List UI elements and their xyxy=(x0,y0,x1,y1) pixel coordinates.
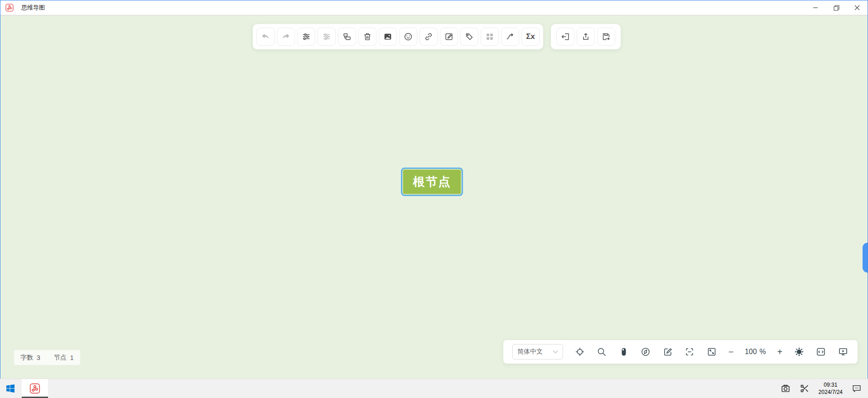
locate-button[interactable] xyxy=(574,346,585,357)
language-value: 简体中文 xyxy=(517,348,543,356)
scissors-icon xyxy=(800,384,810,393)
import-button[interactable] xyxy=(556,28,574,46)
screenshot-button[interactable] xyxy=(781,384,791,393)
minimap-icon xyxy=(640,346,651,357)
zoom-out-button[interactable]: − xyxy=(728,347,734,357)
chevron-down-icon xyxy=(553,350,558,354)
fullscreen-icon xyxy=(706,346,717,357)
associative-line-button[interactable] xyxy=(501,28,519,46)
presentation-icon xyxy=(838,346,849,357)
app-window: 思维导图 xyxy=(0,0,868,379)
zoom-in-button[interactable]: + xyxy=(777,347,782,357)
minimize-button[interactable] xyxy=(805,0,826,15)
emoji-button[interactable] xyxy=(399,28,417,46)
associative-line-icon xyxy=(505,32,515,42)
chat-bubble-icon xyxy=(852,384,862,393)
window-title: 思维导图 xyxy=(21,4,45,12)
clock-time: 09:31 xyxy=(819,381,843,388)
restore-icon xyxy=(834,5,839,11)
language-select[interactable]: 简体中文 xyxy=(512,344,563,360)
taskbar-clock[interactable]: 09:31 2024/7/24 xyxy=(819,381,843,396)
system-tray: 09:31 2024/7/24 xyxy=(781,379,868,398)
presentation-button[interactable] xyxy=(838,346,849,357)
source-code-button[interactable] xyxy=(815,346,826,357)
save-button[interactable] xyxy=(597,28,615,46)
fit-canvas-button[interactable] xyxy=(684,346,695,357)
source-code-icon xyxy=(815,346,826,357)
search-button[interactable] xyxy=(596,346,607,357)
tag-icon xyxy=(464,32,474,42)
app-logo-icon xyxy=(29,383,41,394)
save-icon xyxy=(601,32,611,42)
zoom-out-icon: − xyxy=(728,347,734,357)
note-icon xyxy=(444,32,454,42)
summary-icon xyxy=(485,32,495,42)
tag-button[interactable] xyxy=(460,28,478,46)
note-button[interactable] xyxy=(440,28,458,46)
notifications-button[interactable] xyxy=(852,384,862,393)
sidebar-handle[interactable] xyxy=(863,243,868,273)
undo-icon xyxy=(260,32,270,42)
clock-date: 2024/7/24 xyxy=(819,388,843,396)
emoji-icon xyxy=(403,32,413,42)
taskbar-app-mindmap[interactable] xyxy=(22,379,48,398)
delete-button[interactable] xyxy=(358,28,376,46)
search-icon xyxy=(596,346,607,357)
redo-icon xyxy=(281,32,291,42)
root-node-label: 根节点 xyxy=(413,174,451,190)
theme-sun-icon xyxy=(794,346,805,357)
mouse-mode-icon xyxy=(618,346,629,357)
main-toolbar: Σx xyxy=(253,24,543,49)
node-style-button[interactable] xyxy=(297,28,315,46)
fit-canvas-icon xyxy=(684,346,695,357)
bottom-control-bar: 简体中文 xyxy=(503,340,858,364)
undo-button[interactable] xyxy=(256,28,275,46)
fullscreen-button[interactable] xyxy=(706,346,717,357)
redo-button[interactable] xyxy=(277,28,295,46)
image-icon xyxy=(383,32,393,42)
delete-icon xyxy=(362,32,372,42)
image-button[interactable] xyxy=(379,28,397,46)
word-count-value: 3 xyxy=(37,354,40,361)
insert-node-button[interactable] xyxy=(338,28,356,46)
minimap-button[interactable] xyxy=(640,346,651,357)
restore-button[interactable] xyxy=(826,0,847,15)
node-count-value: 1 xyxy=(70,354,74,361)
formula-button[interactable]: Σx xyxy=(521,28,540,46)
close-button[interactable] xyxy=(847,0,868,15)
mouse-mode-button[interactable] xyxy=(618,346,629,357)
locate-icon xyxy=(574,346,585,357)
word-count-label: 字数 xyxy=(20,354,33,362)
snip-button[interactable] xyxy=(800,384,810,393)
minimize-icon xyxy=(813,5,818,10)
camera-icon xyxy=(781,384,791,393)
hyperlink-button[interactable] xyxy=(420,28,438,46)
export-button[interactable] xyxy=(577,28,595,46)
io-toolbar xyxy=(551,24,621,49)
status-counter: 字数 3 节点 1 xyxy=(14,350,80,365)
summary-button[interactable] xyxy=(481,28,499,46)
zoom-value: 100 xyxy=(745,348,757,356)
root-node[interactable]: 根节点 xyxy=(401,168,463,196)
theme-button[interactable] xyxy=(794,346,805,357)
close-icon xyxy=(854,5,860,10)
insert-node-icon xyxy=(342,32,352,42)
app-logo-icon xyxy=(5,3,14,12)
node-style-icon xyxy=(301,32,311,42)
zoom-in-icon: + xyxy=(777,347,782,357)
hyperlink-icon xyxy=(424,32,434,42)
formula-icon: Σx xyxy=(526,32,535,41)
canvas-style-button[interactable] xyxy=(318,28,336,46)
export-icon xyxy=(581,32,591,42)
window-controls xyxy=(805,0,868,15)
taskbar: 09:31 2024/7/24 xyxy=(0,379,868,398)
edit-mode-icon xyxy=(662,346,673,357)
titlebar: 思维导图 xyxy=(0,0,868,15)
zoom-level: 100 % xyxy=(745,348,766,356)
canvas-style-icon xyxy=(322,32,332,42)
mindmap-canvas[interactable]: Σx xyxy=(0,15,868,379)
start-button[interactable] xyxy=(0,379,21,398)
zoom-percent-sign: % xyxy=(760,348,766,356)
edit-mode-button[interactable] xyxy=(662,346,673,357)
screen: 思维导图 xyxy=(0,0,868,398)
